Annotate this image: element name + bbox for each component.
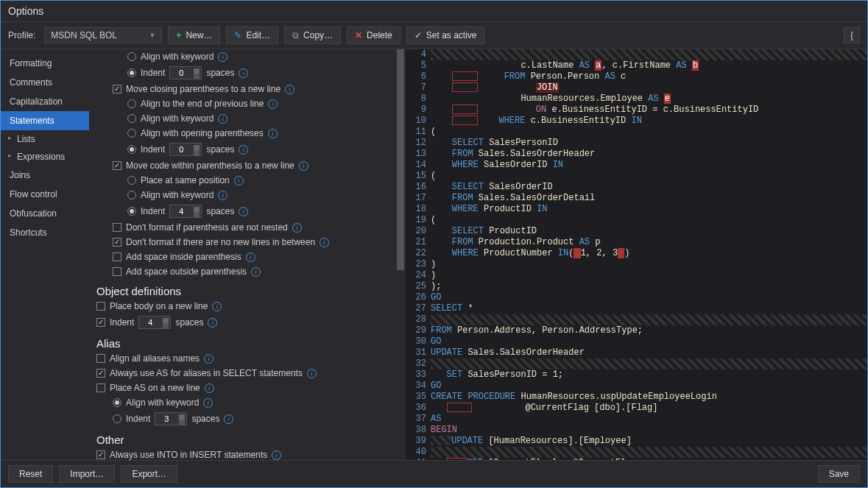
radio[interactable] <box>127 99 136 108</box>
radio[interactable] <box>127 145 136 154</box>
info-icon[interactable]: i <box>239 207 248 216</box>
info-icon[interactable]: i <box>251 267 261 277</box>
checkbox[interactable] <box>96 383 105 392</box>
info-icon[interactable]: i <box>218 191 227 200</box>
indent-spinner[interactable]: 3 <box>155 412 187 425</box>
profile-label: Profile: <box>8 30 35 40</box>
check-icon: ✓ <box>414 30 422 40</box>
sidebar-item-joins[interactable]: Joins <box>1 166 89 185</box>
radio[interactable] <box>127 129 136 138</box>
pencil-icon: ✎ <box>234 30 241 40</box>
section-object-definitions: Object definitions <box>96 279 388 299</box>
new-button[interactable]: + New… <box>168 26 220 44</box>
radio[interactable] <box>127 114 136 123</box>
info-icon[interactable]: i <box>246 252 255 262</box>
info-icon[interactable]: i <box>208 318 217 328</box>
sidebar-item-flow-control[interactable]: Flow control <box>1 185 89 204</box>
indent-spinner[interactable]: 0 <box>169 66 202 79</box>
info-icon[interactable]: i <box>239 145 248 155</box>
sidebar-item-expressions[interactable]: Expressions <box>1 148 89 166</box>
info-icon[interactable]: i <box>212 302 222 311</box>
checkbox[interactable] <box>96 318 105 327</box>
info-icon[interactable]: i <box>292 223 302 233</box>
sidebar-item-obfuscation[interactable]: Obfuscation <box>1 204 89 223</box>
info-icon[interactable]: i <box>239 68 248 78</box>
radio[interactable] <box>127 207 136 216</box>
sidebar-item-shortcuts[interactable]: Shortcuts <box>1 223 89 242</box>
checkbox[interactable] <box>113 238 121 247</box>
code-body: c.LastName AS a, c.FirstName AS b FROM P… <box>431 49 867 460</box>
info-icon[interactable]: i <box>224 414 233 424</box>
section-alias: Alias <box>96 331 388 351</box>
checkbox[interactable] <box>113 85 121 93</box>
footer: Reset Import… Export… Save <box>1 460 867 487</box>
sidebar-item-formatting[interactable]: Formatting <box>1 54 89 73</box>
copy-button[interactable]: ⧉ Copy… <box>284 26 341 44</box>
toolbar: Profile: MSDN SQL BOL ▼ + New… ✎ Edit… ⧉… <box>1 22 867 49</box>
settings-panel: Align with keywordi Indent0spacesi Move … <box>89 49 406 460</box>
delete-button[interactable]: ✕ Delete <box>347 26 401 44</box>
info-icon[interactable]: i <box>218 114 227 124</box>
brace-toggle-button[interactable]: { <box>844 27 860 43</box>
export-button[interactable]: Export… <box>121 465 177 483</box>
radio[interactable] <box>127 68 136 77</box>
checkbox[interactable] <box>96 302 105 311</box>
info-icon[interactable]: i <box>299 161 308 171</box>
info-icon[interactable]: i <box>203 398 213 408</box>
info-icon[interactable]: i <box>204 354 214 364</box>
sidebar: Formatting Comments Capitalization State… <box>1 49 89 460</box>
sql-preview: 4567891011121314151617181920212223242526… <box>406 49 867 460</box>
info-icon[interactable]: i <box>272 450 281 460</box>
info-icon[interactable]: i <box>218 52 227 62</box>
radio[interactable] <box>127 191 136 199</box>
indent-spinner[interactable]: 4 <box>138 316 171 329</box>
window-title: Options <box>1 1 867 22</box>
sidebar-item-comments[interactable]: Comments <box>1 73 89 92</box>
checkbox[interactable] <box>96 354 105 363</box>
profile-dropdown[interactable]: MSDN SQL BOL ▼ <box>44 27 162 43</box>
info-icon[interactable]: i <box>307 369 317 378</box>
info-icon[interactable]: i <box>285 85 294 94</box>
import-button[interactable]: Import… <box>59 465 115 483</box>
indent-spinner[interactable]: 4 <box>169 205 202 218</box>
x-icon: ✕ <box>355 30 362 40</box>
reset-button[interactable]: Reset <box>8 465 53 483</box>
checkbox[interactable] <box>113 267 121 276</box>
edit-button[interactable]: ✎ Edit… <box>226 26 278 44</box>
checkbox[interactable] <box>96 369 105 378</box>
checkbox[interactable] <box>113 161 121 170</box>
radio[interactable] <box>113 398 121 407</box>
scrollbar-thumb[interactable] <box>397 49 404 270</box>
copy-icon: ⧉ <box>292 30 299 40</box>
section-other: Other <box>96 428 388 448</box>
info-icon[interactable]: i <box>205 383 214 393</box>
radio[interactable] <box>113 414 121 423</box>
checkbox[interactable] <box>113 223 121 232</box>
info-icon[interactable]: i <box>268 99 278 109</box>
profile-value: MSDN SQL BOL <box>51 30 117 40</box>
sidebar-item-lists[interactable]: Lists <box>1 130 89 148</box>
info-icon[interactable]: i <box>268 129 278 138</box>
sidebar-item-capitalization[interactable]: Capitalization <box>1 92 89 111</box>
checkbox[interactable] <box>113 252 121 261</box>
radio[interactable] <box>127 52 136 61</box>
line-gutter: 4567891011121314151617181920212223242526… <box>406 49 431 460</box>
save-button[interactable]: Save <box>818 465 860 483</box>
checkbox[interactable] <box>96 450 105 459</box>
info-icon[interactable]: i <box>320 238 329 247</box>
plus-icon: + <box>176 30 181 40</box>
chevron-down-icon: ▼ <box>149 32 155 39</box>
radio[interactable] <box>127 176 136 185</box>
indent-spinner[interactable]: 0 <box>169 143 202 156</box>
sidebar-item-statements[interactable]: Statements <box>1 111 89 130</box>
set-active-button[interactable]: ✓ Set as active <box>406 26 485 44</box>
info-icon[interactable]: i <box>234 176 244 185</box>
